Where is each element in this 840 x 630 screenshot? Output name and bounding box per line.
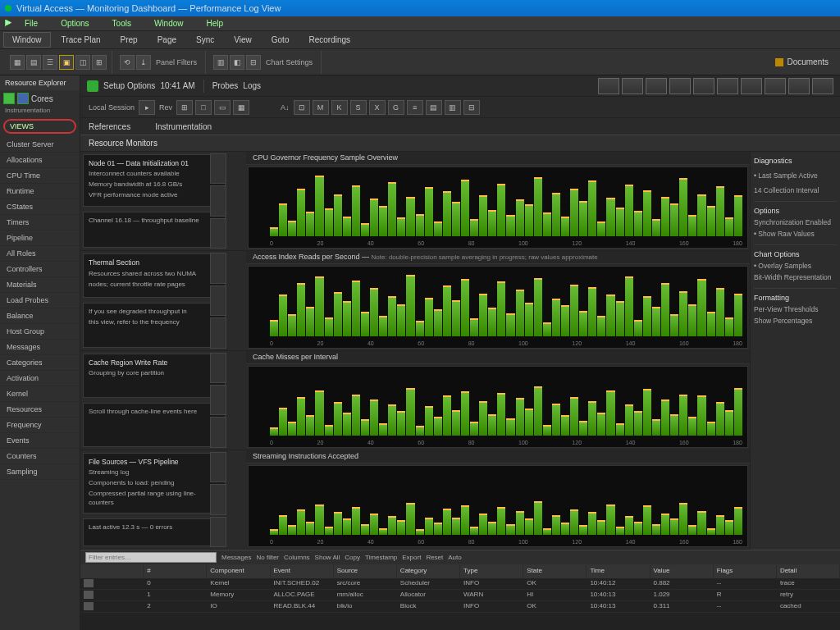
tool-icon[interactable]: ▸: [139, 100, 155, 115]
chart-side-button[interactable]: [210, 517, 226, 547]
grid-toolbar-label[interactable]: Reset: [426, 554, 443, 561]
ribbon-tab[interactable]: View: [225, 32, 261, 48]
tool-icon[interactable]: ▭: [214, 100, 231, 115]
sidebar-item[interactable]: Resources: [0, 402, 80, 418]
chart-canvas[interactable]: 020406080100120140160180: [248, 465, 748, 547]
tool-button[interactable]: ▥: [213, 55, 228, 70]
thumbnail-button[interactable]: [765, 78, 786, 94]
tool-icon[interactable]: ▥: [445, 100, 461, 115]
column-header[interactable]: Category: [397, 565, 460, 578]
chart-side-button[interactable]: [210, 185, 226, 216]
tool-button[interactable]: ⤓: [136, 55, 151, 70]
tool-icon[interactable]: □: [195, 100, 212, 115]
column-header[interactable]: Detail: [777, 565, 840, 578]
column-header[interactable]: [80, 565, 144, 578]
tool-icon[interactable]: ⊟: [463, 100, 480, 115]
thumbnail-button[interactable]: [669, 78, 691, 94]
chart-side-button[interactable]: [210, 353, 226, 383]
tool-button[interactable]: ▤: [26, 55, 41, 70]
chart-side-button[interactable]: [210, 253, 226, 283]
core-icon[interactable]: [3, 93, 15, 104]
column-header[interactable]: #: [144, 565, 207, 578]
tool-icon[interactable]: ⊡: [294, 100, 310, 115]
thumbnail-button[interactable]: [622, 78, 643, 94]
column-header[interactable]: Component: [207, 565, 270, 578]
ribbon-tab[interactable]: Window: [3, 32, 51, 48]
sidebar-item[interactable]: CPU Time: [0, 168, 80, 184]
grid-toolbar-label[interactable]: Columns: [284, 554, 310, 561]
play-icon[interactable]: [87, 80, 98, 92]
chart-side-button[interactable]: [210, 385, 226, 415]
rp-item[interactable]: Bit-Width Representation: [754, 272, 837, 283]
toolbar-label[interactable]: Logs: [243, 81, 261, 90]
sidebar-item[interactable]: Materials: [0, 277, 80, 293]
tool-icon[interactable]: ▦: [233, 100, 249, 115]
column-header[interactable]: State: [523, 565, 587, 578]
sidebar-item[interactable]: All Roles: [0, 246, 80, 262]
tool-button[interactable]: ▦: [10, 55, 25, 70]
tool-button[interactable]: ☰: [43, 55, 57, 70]
chart-side-button[interactable]: [210, 452, 226, 482]
menu-item[interactable]: Help: [207, 19, 224, 28]
grid-toolbar-label[interactable]: Timestamp: [365, 554, 397, 561]
rp-item[interactable]: 14 Collection Interval: [754, 185, 837, 196]
chart-side-button[interactable]: [210, 153, 226, 184]
column-header[interactable]: Type: [460, 565, 523, 578]
table-row[interactable]: 2IOREAD.BLK.44blk/ioBlockINFOOK10:40:130…: [80, 601, 840, 613]
tab-references[interactable]: References: [89, 122, 130, 131]
sidebar-item[interactable]: Counters: [0, 449, 80, 464]
tool-button[interactable]: ⟲: [120, 55, 135, 70]
sidebar-item[interactable]: Frequency: [0, 418, 80, 433]
ribbon-tab[interactable]: Page: [148, 32, 185, 48]
documents-label[interactable]: Documents: [775, 57, 835, 66]
grid-toolbar-label[interactable]: Export: [402, 554, 421, 561]
chart-side-button[interactable]: [210, 417, 226, 447]
sidebar-item[interactable]: Host Group: [0, 324, 80, 340]
sidebar-item[interactable]: Messages: [0, 340, 80, 355]
chart-canvas[interactable]: 020406080100120140160180: [248, 167, 748, 249]
column-header[interactable]: Source: [334, 565, 397, 578]
letter-button[interactable]: X: [369, 100, 386, 115]
chart-side-button[interactable]: [210, 218, 226, 249]
sidebar-item[interactable]: Controllers: [0, 262, 80, 277]
sidebar-item[interactable]: Balance: [0, 308, 80, 324]
rp-item[interactable]: Synchronization Enabled: [754, 217, 837, 228]
sidebar-item[interactable]: Load Probes: [0, 293, 80, 308]
ribbon-tab[interactable]: Trace Plan: [52, 32, 110, 48]
chart-canvas[interactable]: 020406080100120140160180: [248, 266, 748, 348]
grid-toolbar-label[interactable]: Copy: [345, 554, 360, 561]
ribbon-tab[interactable]: Goto: [262, 32, 299, 48]
menu-file[interactable]: ⯈: [5, 19, 13, 28]
letter-button[interactable]: M: [313, 100, 329, 115]
rp-item[interactable]: Show Raw Values: [754, 228, 837, 240]
grid-toolbar-label[interactable]: Show All: [315, 554, 340, 561]
thumbnail-button[interactable]: [788, 78, 810, 94]
thumbnail-button[interactable]: [717, 78, 738, 94]
chart-side-button[interactable]: [210, 484, 226, 514]
tool-button[interactable]: ⊞: [92, 55, 107, 70]
sidebar-item[interactable]: Allocations: [0, 153, 80, 168]
sidebar-item[interactable]: Cluster Server: [0, 137, 80, 153]
menu-item[interactable]: File: [25, 19, 38, 28]
grid-toolbar-label[interactable]: Messages: [221, 554, 251, 561]
letter-button[interactable]: K: [331, 100, 348, 115]
tool-button[interactable]: ⊟: [246, 55, 261, 70]
menu-item[interactable]: Tools: [112, 19, 131, 28]
letter-button[interactable]: S: [350, 100, 367, 115]
chart-side-button[interactable]: [210, 317, 226, 348]
rp-item[interactable]: Overlay Samples: [754, 260, 837, 272]
ribbon-tab[interactable]: Sync: [187, 32, 223, 48]
sidebar-item[interactable]: Events: [0, 433, 80, 449]
tool-icon[interactable]: ≡: [407, 100, 423, 115]
tool-button[interactable]: ◧: [230, 55, 244, 70]
sidebar-item-views[interactable]: VIEWS: [3, 119, 76, 134]
rp-item[interactable]: Per-View Thresholds: [754, 304, 837, 315]
table-row[interactable]: 1MemoryALLOC.PAGEmm/allocAllocatorWARNHI…: [80, 590, 840, 601]
menu-item[interactable]: Window: [154, 19, 184, 28]
table-row[interactable]: 0KernelINIT.SCHED.02src/coreSchedulerINF…: [80, 578, 840, 590]
sidebar-item[interactable]: Categories: [0, 355, 80, 371]
tab-instrumentation[interactable]: Instrumentation: [155, 122, 212, 131]
core-icon[interactable]: [17, 93, 29, 104]
column-header[interactable]: Flags: [714, 565, 777, 578]
grid-toolbar-label[interactable]: Auto: [448, 554, 461, 561]
